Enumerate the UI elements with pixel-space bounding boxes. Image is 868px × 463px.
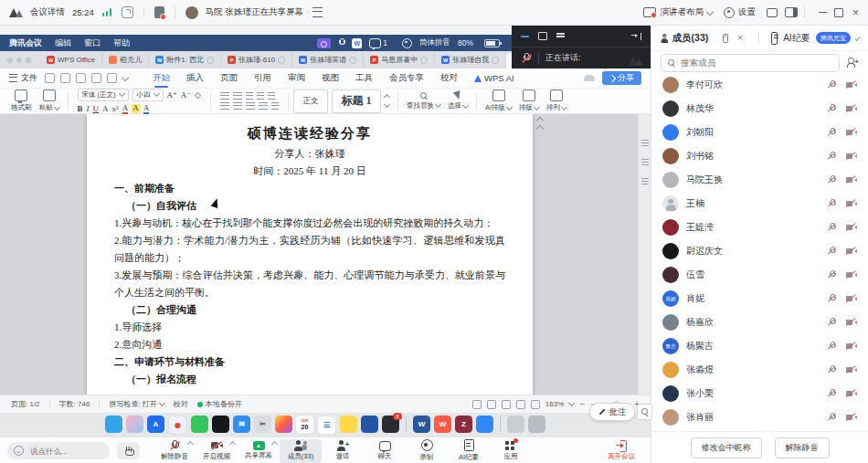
rename-button[interactable]: 修改会中昵称 <box>691 437 762 458</box>
member-row[interactable]: 尉迟庆文 <box>651 239 868 263</box>
ribbon-tab-page[interactable]: 页面 <box>220 68 238 88</box>
align-center-icon[interactable] <box>233 102 242 110</box>
magnifier-button[interactable] <box>637 404 652 420</box>
menu-window[interactable]: 窗口 <box>84 37 101 49</box>
dock-clouddisk-icon[interactable] <box>476 416 493 433</box>
bullet-list-icon[interactable] <box>220 92 229 100</box>
input-method-label[interactable]: 简体拼音 <box>419 37 450 48</box>
side-tool-icon[interactable] <box>641 140 649 146</box>
dock-zip-icon[interactable]: Z <box>455 416 472 433</box>
read-mode-icon[interactable] <box>472 400 482 409</box>
ribbon-tab-review[interactable]: 审阅 <box>288 68 305 88</box>
mic-muted-icon[interactable] <box>827 318 837 328</box>
chat-button[interactable]: 聊天 <box>364 437 406 463</box>
find-replace-button[interactable]: 查找替换 <box>407 92 440 110</box>
add-member-icon[interactable]: + <box>847 58 859 68</box>
popout-panel-icon[interactable] <box>723 34 728 43</box>
camera-muted-icon[interactable] <box>845 80 857 90</box>
record-button[interactable]: 录制 <box>406 437 448 463</box>
mic-muted-icon[interactable] <box>827 223 837 233</box>
close-panel-icon[interactable]: × <box>737 33 743 43</box>
zoom-level[interactable]: 163% <box>545 400 564 408</box>
apps-button[interactable]: 应用 <box>490 437 532 463</box>
camera-muted-icon[interactable] <box>845 270 857 280</box>
share-screen-button[interactable]: 共享屏幕 <box>238 437 280 463</box>
mic-muted-icon[interactable] <box>827 413 837 423</box>
unmute-all-button[interactable]: 解除静音 <box>775 437 830 458</box>
ai-typeset-button[interactable]: AI排版 <box>485 89 512 112</box>
camera-muted-icon[interactable] <box>845 318 857 328</box>
mic-muted-icon[interactable] <box>827 389 837 399</box>
mic-muted-icon[interactable] <box>827 342 837 352</box>
member-row[interactable]: 肖妮肖妮 <box>651 287 868 310</box>
caret-icon[interactable] <box>229 441 236 447</box>
undo-icon[interactable] <box>91 73 101 83</box>
shared-doc-icon[interactable] <box>154 6 164 18</box>
indent-increase-icon[interactable] <box>257 92 264 100</box>
member-row[interactable]: 李付可欣 <box>651 73 868 97</box>
emoji-icon[interactable] <box>14 446 24 456</box>
camera-muted-icon[interactable] <box>845 365 857 375</box>
mic-muted-icon[interactable] <box>827 175 837 185</box>
underline-button[interactable]: U <box>93 104 100 113</box>
redo-icon[interactable] <box>107 73 117 83</box>
dock-wps-icon[interactable]: W <box>434 416 451 433</box>
camera-muted-icon[interactable] <box>845 104 857 114</box>
paste-button[interactable]: 粘贴 <box>39 89 59 112</box>
members-tab[interactable]: 成员(33) <box>672 32 709 45</box>
indent-decrease-icon[interactable] <box>246 92 253 100</box>
speaker-layout-button[interactable]: 演讲者布局 <box>660 6 704 18</box>
raise-hand-button[interactable] <box>117 442 140 459</box>
ribbon-tab-tools[interactable]: 工具 <box>355 68 373 88</box>
dock-utility-icon[interactable]: ✂ <box>254 416 271 433</box>
tab-attachment[interactable]: W附件1: 西北 <box>149 53 221 68</box>
cloud-upload-icon[interactable] <box>584 75 595 81</box>
dock-photos-icon[interactable] <box>275 416 292 433</box>
dock-qq-icon[interactable] <box>212 416 229 433</box>
dock-wechat-icon[interactable] <box>191 416 208 433</box>
print-icon[interactable] <box>60 73 70 83</box>
wechat-bubble-icon[interactable] <box>369 38 381 48</box>
fullscreen-view-icon[interactable] <box>531 400 540 409</box>
style-normal-box[interactable]: 正文 <box>293 89 328 113</box>
ai-notes-tab[interactable]: AI纪要 <box>783 32 810 45</box>
member-row[interactable]: 杨嘉欣 <box>651 310 868 334</box>
camera-muted-icon[interactable] <box>845 223 857 233</box>
zoom-out-button[interactable]: − <box>579 400 585 409</box>
ribbon-tab-wps-ai[interactable]: WPS AI <box>474 68 514 88</box>
select-button[interactable]: 选择 <box>448 91 468 110</box>
highlight-button[interactable]: A <box>132 104 140 113</box>
member-row[interactable]: 张淼煜 <box>651 358 868 382</box>
window-mode-icon[interactable] <box>538 32 547 40</box>
menu-edit[interactable]: 编辑 <box>55 37 71 49</box>
ribbon-tab-home[interactable]: 开始 <box>153 68 170 88</box>
font-name-select[interactable]: 宋体 (正文) <box>78 89 129 101</box>
ai-notes-button[interactable]: AI纪要 <box>448 437 490 463</box>
menu-help[interactable]: 帮助 <box>113 37 130 49</box>
member-row[interactable]: 王楠 <box>651 192 868 216</box>
arrange-button[interactable]: 排列 <box>546 89 566 112</box>
char-shading-button[interactable]: A <box>143 104 150 114</box>
scroll-up-icons[interactable] <box>537 118 543 132</box>
search-members-input[interactable] <box>679 57 832 68</box>
zoom-chevron-icon[interactable] <box>568 400 575 406</box>
expand-panel-icon[interactable] <box>631 33 641 40</box>
dock-app-icon[interactable] <box>105 416 122 433</box>
camera-muted-icon[interactable] <box>845 413 857 423</box>
italic-button[interactable]: I <box>87 104 90 113</box>
mic-muted-icon[interactable] <box>827 152 837 162</box>
more-menu-icon[interactable] <box>312 7 323 17</box>
shading-icon[interactable] <box>271 102 279 110</box>
mic-muted-icon[interactable] <box>827 128 837 138</box>
backup-status[interactable]: 本地备份开 <box>197 399 242 409</box>
style-heading1-box[interactable]: 标题 1 <box>332 89 381 113</box>
dock-trash-icon[interactable] <box>528 416 545 433</box>
mic-muted-icon[interactable] <box>827 294 837 304</box>
member-row[interactable]: 伍雪 <box>651 263 868 287</box>
record-status-icon[interactable] <box>402 38 412 48</box>
comment-button[interactable]: 批注 <box>589 403 635 421</box>
list-view-icon[interactable] <box>556 33 565 39</box>
font-color-button[interactable]: A <box>122 104 129 114</box>
members-button[interactable]: 成员(33) <box>280 439 322 463</box>
shrink-font-button[interactable]: A⁻ <box>181 90 191 100</box>
